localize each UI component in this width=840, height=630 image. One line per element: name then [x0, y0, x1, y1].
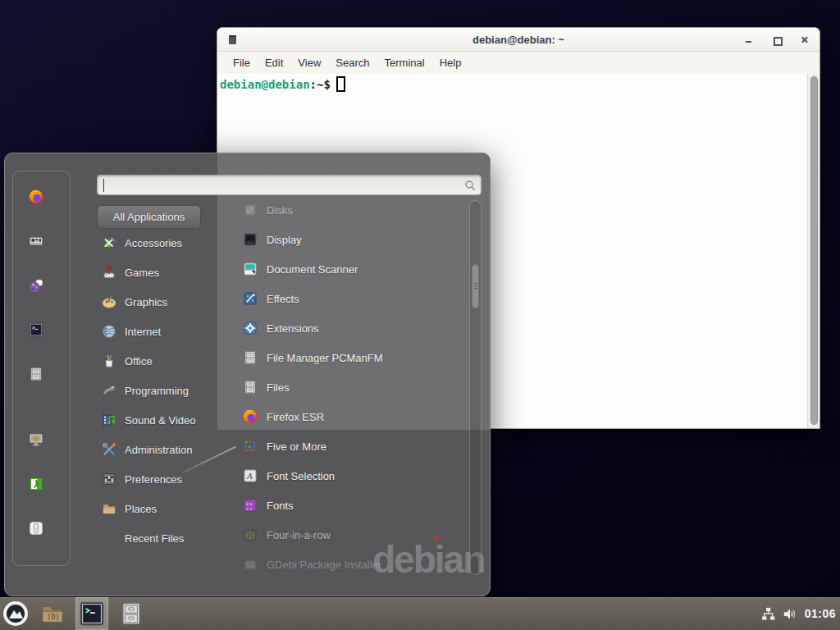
pidgin-icon [29, 278, 55, 304]
terminal-menu-terminal[interactable]: Terminal [377, 53, 432, 72]
app-label: Firefox ESR [267, 411, 324, 423]
application-menu: debian All Applications AccessoriesGames… [4, 153, 491, 596]
taskbar-files-launcher[interactable] [115, 597, 148, 630]
category-label: Programming [125, 385, 189, 397]
app-item-font-selection[interactable]: AFont Selection [217, 461, 468, 491]
maximize-button[interactable] [771, 34, 782, 45]
category-places[interactable]: Places [94, 494, 217, 523]
category-label: Recent Files [125, 532, 184, 545]
category-recent-files[interactable]: Recent Files [94, 523, 217, 553]
category-games[interactable]: Games [94, 258, 217, 287]
internet-icon [102, 324, 116, 339]
app-label: Document Scanner [267, 263, 358, 276]
app-item-files[interactable]: Files [217, 372, 468, 402]
firefox-icon [243, 409, 258, 424]
window-title: debian@debian: ~ [217, 34, 819, 46]
category-label: Sound & Video [125, 414, 196, 427]
app-item-display[interactable]: Display [217, 225, 468, 254]
category-administration[interactable]: Administration [94, 435, 217, 464]
terminal-menu-view[interactable]: View [290, 53, 328, 72]
app-item-fonts[interactable]: a aa aFonts [217, 491, 468, 520]
app-label: Font Selection [267, 470, 335, 482]
favorite-log-out[interactable] [28, 476, 56, 504]
app-label: Four-in-a-row [267, 529, 331, 541]
category-internet[interactable]: Internet [94, 317, 217, 346]
terminal-menubar: FileEditViewSearchTerminalHelp [217, 52, 819, 74]
disks-icon [243, 203, 258, 217]
search-input[interactable] [104, 177, 457, 193]
category-label: Places [125, 503, 157, 515]
terminal-menu-edit[interactable]: Edit [258, 53, 290, 72]
apps-scrollbar[interactable] [469, 200, 482, 575]
app-item-five-or-more[interactable]: Five or More [217, 431, 468, 461]
app-label: Disks [267, 204, 293, 217]
extensions-icon [243, 321, 258, 336]
app-item-document-scanner[interactable]: Document Scanner [217, 254, 468, 284]
app-item-gdebi-package-installer[interactable]: GDebi Package Installer [217, 550, 468, 579]
favorite-shut-down[interactable] [28, 520, 56, 548]
blank-icon [102, 531, 116, 546]
document-scanner-icon [243, 262, 258, 276]
app-item-four-in-a-row[interactable]: Four-in-a-row [217, 520, 468, 550]
favorite-firefox[interactable] [28, 189, 56, 217]
category-label: Preferences [125, 473, 182, 486]
terminal-scrollbar[interactable] [807, 74, 819, 428]
font-selection-icon: A [243, 468, 258, 483]
terminal-cursor [336, 76, 345, 92]
app-item-disks[interactable]: Disks [217, 195, 468, 225]
app-item-file-manager-pcmanfm[interactable]: File Manager PCManFM [217, 343, 468, 372]
category-graphics[interactable]: Graphics [94, 287, 217, 317]
favorite-lock-screen[interactable] [28, 431, 56, 459]
favorites-bottom-group [28, 431, 56, 548]
menu-button[interactable] [0, 597, 31, 630]
gdebi-icon [243, 557, 258, 572]
taskbar-file-manager-launcher[interactable]: [D] [36, 597, 69, 630]
desktop: debian@debian: ~ FileEditViewSearchTermi… [0, 0, 840, 630]
search-icon [464, 180, 476, 191]
apps-scrollbar-thumb[interactable] [472, 264, 479, 308]
app-item-extensions[interactable]: Extensions [217, 313, 468, 343]
category-accessories[interactable]: Accessories [94, 228, 217, 258]
app-label: Files [267, 381, 289, 394]
four-in-a-row-icon [243, 527, 258, 542]
shut-down-icon [29, 521, 55, 547]
category-office[interactable]: Office [94, 346, 217, 376]
terminal-menu-search[interactable]: Search [328, 53, 377, 72]
display-icon [243, 232, 258, 247]
favorite-files[interactable] [28, 366, 56, 394]
category-sound-video[interactable]: Sound & Video [94, 405, 217, 435]
favorites-top-group [28, 189, 56, 394]
favorite-control-center[interactable] [28, 233, 56, 261]
sound-video-icon [102, 413, 116, 427]
favorite-terminal[interactable] [28, 322, 56, 349]
terminal-menu-file[interactable]: File [226, 53, 258, 72]
minimize-button[interactable] [743, 34, 754, 45]
category-label: Internet [125, 326, 161, 338]
file-cabinet-icon [243, 350, 258, 365]
terminal-scrollbar-thumb[interactable] [810, 76, 818, 425]
app-label: Extensions [267, 322, 319, 335]
app-item-effects[interactable]: Effects [217, 284, 468, 313]
effects-icon [243, 291, 258, 306]
terminal-titlebar[interactable]: debian@debian: ~ [217, 28, 819, 52]
log-out-icon [29, 477, 55, 503]
taskbar-terminal-window-button[interactable] [75, 597, 108, 630]
control-center-icon [29, 234, 55, 260]
category-programming[interactable]: Programming [94, 376, 217, 405]
terminal-menu-help[interactable]: Help [432, 53, 469, 72]
all-applications-button[interactable]: All Applications [97, 205, 201, 229]
category-preferences[interactable]: Preferences [94, 464, 217, 494]
app-label: Display [267, 234, 302, 246]
tray-icons [760, 606, 797, 622]
volume-icon[interactable] [782, 606, 797, 622]
app-label: Fonts [267, 500, 294, 512]
terminal-window-icon [229, 35, 236, 44]
favorite-pidgin[interactable] [28, 277, 56, 305]
taskbar: [D] 01:06 [0, 597, 840, 630]
category-label: Graphics [125, 296, 167, 308]
app-item-firefox-esr[interactable]: Firefox ESR [217, 402, 468, 431]
preferences-icon [102, 472, 116, 486]
network-icon[interactable] [760, 606, 776, 622]
close-button[interactable] [799, 34, 810, 45]
clock[interactable]: 01:06 [803, 607, 836, 620]
